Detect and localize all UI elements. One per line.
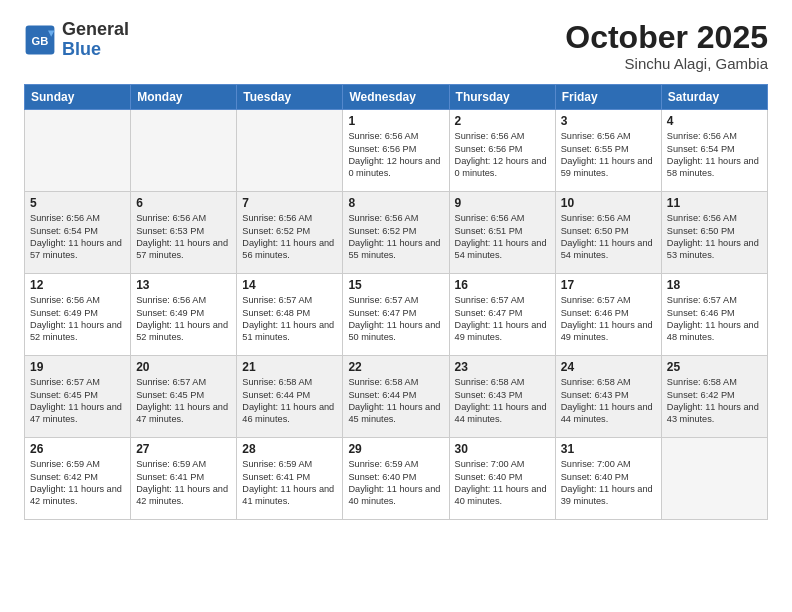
- calendar-cell: 20Sunrise: 6:57 AM Sunset: 6:45 PM Dayli…: [131, 356, 237, 438]
- day-number: 25: [667, 360, 762, 374]
- calendar-week-row: 12Sunrise: 6:56 AM Sunset: 6:49 PM Dayli…: [25, 274, 768, 356]
- calendar-cell: 5Sunrise: 6:56 AM Sunset: 6:54 PM Daylig…: [25, 192, 131, 274]
- day-number: 3: [561, 114, 656, 128]
- calendar-cell: 21Sunrise: 6:58 AM Sunset: 6:44 PM Dayli…: [237, 356, 343, 438]
- day-number: 31: [561, 442, 656, 456]
- calendar-cell: 27Sunrise: 6:59 AM Sunset: 6:41 PM Dayli…: [131, 438, 237, 520]
- calendar-cell: 12Sunrise: 6:56 AM Sunset: 6:49 PM Dayli…: [25, 274, 131, 356]
- day-info: Sunrise: 6:59 AM Sunset: 6:41 PM Dayligh…: [242, 458, 337, 508]
- day-info: Sunrise: 7:00 AM Sunset: 6:40 PM Dayligh…: [561, 458, 656, 508]
- day-number: 2: [455, 114, 550, 128]
- calendar-cell: [661, 438, 767, 520]
- calendar-cell: 22Sunrise: 6:58 AM Sunset: 6:44 PM Dayli…: [343, 356, 449, 438]
- day-info: Sunrise: 6:56 AM Sunset: 6:54 PM Dayligh…: [667, 130, 762, 180]
- day-number: 4: [667, 114, 762, 128]
- calendar-cell: 28Sunrise: 6:59 AM Sunset: 6:41 PM Dayli…: [237, 438, 343, 520]
- calendar-cell: 8Sunrise: 6:56 AM Sunset: 6:52 PM Daylig…: [343, 192, 449, 274]
- title-block: October 2025 Sinchu Alagi, Gambia: [565, 20, 768, 72]
- calendar-cell: 15Sunrise: 6:57 AM Sunset: 6:47 PM Dayli…: [343, 274, 449, 356]
- logo-icon: GB: [24, 24, 56, 56]
- calendar-cell: 9Sunrise: 6:56 AM Sunset: 6:51 PM Daylig…: [449, 192, 555, 274]
- day-number: 16: [455, 278, 550, 292]
- calendar-week-row: 5Sunrise: 6:56 AM Sunset: 6:54 PM Daylig…: [25, 192, 768, 274]
- day-number: 5: [30, 196, 125, 210]
- day-number: 9: [455, 196, 550, 210]
- day-info: Sunrise: 6:56 AM Sunset: 6:50 PM Dayligh…: [561, 212, 656, 262]
- day-info: Sunrise: 6:57 AM Sunset: 6:46 PM Dayligh…: [561, 294, 656, 344]
- calendar-cell: 24Sunrise: 6:58 AM Sunset: 6:43 PM Dayli…: [555, 356, 661, 438]
- day-number: 8: [348, 196, 443, 210]
- day-number: 19: [30, 360, 125, 374]
- day-info: Sunrise: 6:56 AM Sunset: 6:56 PM Dayligh…: [455, 130, 550, 180]
- calendar-header-row: Sunday Monday Tuesday Wednesday Thursday…: [25, 85, 768, 110]
- day-number: 27: [136, 442, 231, 456]
- day-number: 11: [667, 196, 762, 210]
- calendar-cell: [237, 110, 343, 192]
- day-number: 23: [455, 360, 550, 374]
- col-sunday: Sunday: [25, 85, 131, 110]
- calendar-cell: 26Sunrise: 6:59 AM Sunset: 6:42 PM Dayli…: [25, 438, 131, 520]
- calendar-cell: 29Sunrise: 6:59 AM Sunset: 6:40 PM Dayli…: [343, 438, 449, 520]
- calendar-cell: 10Sunrise: 6:56 AM Sunset: 6:50 PM Dayli…: [555, 192, 661, 274]
- calendar-table: Sunday Monday Tuesday Wednesday Thursday…: [24, 84, 768, 520]
- day-number: 13: [136, 278, 231, 292]
- calendar-week-row: 26Sunrise: 6:59 AM Sunset: 6:42 PM Dayli…: [25, 438, 768, 520]
- day-info: Sunrise: 7:00 AM Sunset: 6:40 PM Dayligh…: [455, 458, 550, 508]
- day-info: Sunrise: 6:57 AM Sunset: 6:47 PM Dayligh…: [348, 294, 443, 344]
- day-info: Sunrise: 6:56 AM Sunset: 6:51 PM Dayligh…: [455, 212, 550, 262]
- day-number: 12: [30, 278, 125, 292]
- calendar-cell: [131, 110, 237, 192]
- logo-text: General Blue: [62, 20, 129, 60]
- calendar-cell: 1Sunrise: 6:56 AM Sunset: 6:56 PM Daylig…: [343, 110, 449, 192]
- calendar-cell: [25, 110, 131, 192]
- col-wednesday: Wednesday: [343, 85, 449, 110]
- day-info: Sunrise: 6:57 AM Sunset: 6:46 PM Dayligh…: [667, 294, 762, 344]
- day-number: 26: [30, 442, 125, 456]
- day-number: 21: [242, 360, 337, 374]
- day-info: Sunrise: 6:58 AM Sunset: 6:43 PM Dayligh…: [455, 376, 550, 426]
- day-info: Sunrise: 6:56 AM Sunset: 6:49 PM Dayligh…: [30, 294, 125, 344]
- day-info: Sunrise: 6:56 AM Sunset: 6:49 PM Dayligh…: [136, 294, 231, 344]
- day-number: 1: [348, 114, 443, 128]
- logo: GB General Blue: [24, 20, 129, 60]
- calendar-cell: 31Sunrise: 7:00 AM Sunset: 6:40 PM Dayli…: [555, 438, 661, 520]
- calendar-cell: 30Sunrise: 7:00 AM Sunset: 6:40 PM Dayli…: [449, 438, 555, 520]
- calendar-cell: 16Sunrise: 6:57 AM Sunset: 6:47 PM Dayli…: [449, 274, 555, 356]
- col-monday: Monday: [131, 85, 237, 110]
- day-info: Sunrise: 6:56 AM Sunset: 6:52 PM Dayligh…: [348, 212, 443, 262]
- calendar-cell: 17Sunrise: 6:57 AM Sunset: 6:46 PM Dayli…: [555, 274, 661, 356]
- day-number: 20: [136, 360, 231, 374]
- day-number: 22: [348, 360, 443, 374]
- calendar-cell: 11Sunrise: 6:56 AM Sunset: 6:50 PM Dayli…: [661, 192, 767, 274]
- day-info: Sunrise: 6:58 AM Sunset: 6:42 PM Dayligh…: [667, 376, 762, 426]
- day-info: Sunrise: 6:57 AM Sunset: 6:47 PM Dayligh…: [455, 294, 550, 344]
- day-info: Sunrise: 6:59 AM Sunset: 6:41 PM Dayligh…: [136, 458, 231, 508]
- day-info: Sunrise: 6:57 AM Sunset: 6:48 PM Dayligh…: [242, 294, 337, 344]
- day-number: 17: [561, 278, 656, 292]
- calendar-cell: 2Sunrise: 6:56 AM Sunset: 6:56 PM Daylig…: [449, 110, 555, 192]
- day-info: Sunrise: 6:57 AM Sunset: 6:45 PM Dayligh…: [30, 376, 125, 426]
- calendar-cell: 4Sunrise: 6:56 AM Sunset: 6:54 PM Daylig…: [661, 110, 767, 192]
- calendar-cell: 25Sunrise: 6:58 AM Sunset: 6:42 PM Dayli…: [661, 356, 767, 438]
- page: GB General Blue October 2025 Sinchu Alag…: [0, 0, 792, 612]
- day-info: Sunrise: 6:58 AM Sunset: 6:44 PM Dayligh…: [348, 376, 443, 426]
- day-info: Sunrise: 6:56 AM Sunset: 6:54 PM Dayligh…: [30, 212, 125, 262]
- day-number: 28: [242, 442, 337, 456]
- day-number: 7: [242, 196, 337, 210]
- col-thursday: Thursday: [449, 85, 555, 110]
- month-title: October 2025: [565, 20, 768, 55]
- calendar-week-row: 1Sunrise: 6:56 AM Sunset: 6:56 PM Daylig…: [25, 110, 768, 192]
- calendar-cell: 13Sunrise: 6:56 AM Sunset: 6:49 PM Dayli…: [131, 274, 237, 356]
- svg-text:GB: GB: [32, 35, 49, 47]
- day-info: Sunrise: 6:56 AM Sunset: 6:53 PM Dayligh…: [136, 212, 231, 262]
- day-info: Sunrise: 6:56 AM Sunset: 6:55 PM Dayligh…: [561, 130, 656, 180]
- day-info: Sunrise: 6:56 AM Sunset: 6:56 PM Dayligh…: [348, 130, 443, 180]
- calendar-cell: 19Sunrise: 6:57 AM Sunset: 6:45 PM Dayli…: [25, 356, 131, 438]
- calendar-cell: 7Sunrise: 6:56 AM Sunset: 6:52 PM Daylig…: [237, 192, 343, 274]
- col-friday: Friday: [555, 85, 661, 110]
- header: GB General Blue October 2025 Sinchu Alag…: [24, 20, 768, 72]
- day-info: Sunrise: 6:58 AM Sunset: 6:44 PM Dayligh…: [242, 376, 337, 426]
- day-info: Sunrise: 6:59 AM Sunset: 6:40 PM Dayligh…: [348, 458, 443, 508]
- col-tuesday: Tuesday: [237, 85, 343, 110]
- day-number: 10: [561, 196, 656, 210]
